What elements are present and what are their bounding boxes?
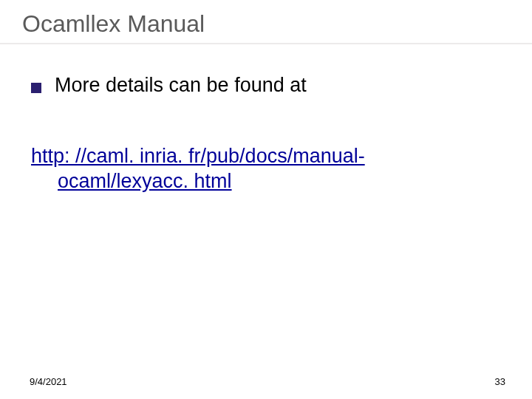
bullet-text: More details can be found at xyxy=(55,74,307,97)
manual-link[interactable]: http: //caml. inria. fr/pub/docs/manual-… xyxy=(31,144,504,194)
title-underline xyxy=(0,43,532,44)
footer-page-number: 33 xyxy=(495,376,505,387)
bullet-item: More details can be found at xyxy=(31,74,307,97)
link-line-2: ocaml/lexyacc. html xyxy=(31,169,504,194)
link-line-1: http: //caml. inria. fr/pub/docs/manual- xyxy=(31,144,504,169)
square-bullet-icon xyxy=(31,83,41,93)
slide: Ocamllex Manual More details can be foun… xyxy=(0,0,532,399)
footer-date: 9/4/2021 xyxy=(30,376,67,387)
slide-title: Ocamllex Manual xyxy=(22,10,205,38)
